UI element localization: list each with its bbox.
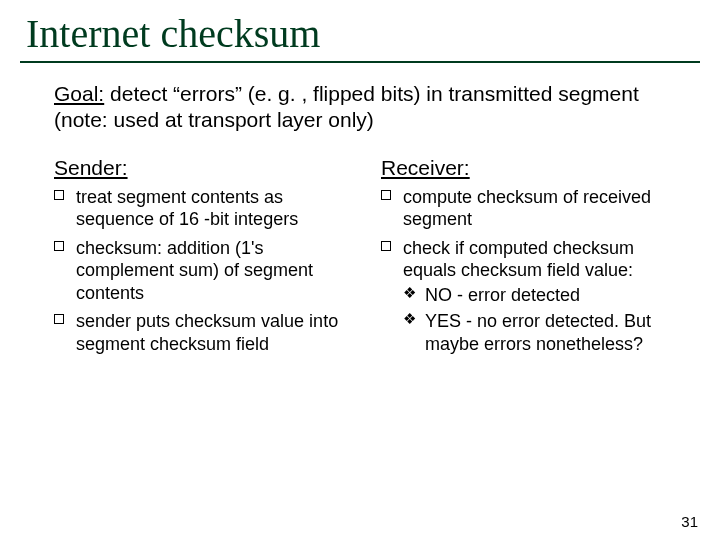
page-number: 31 xyxy=(681,513,698,530)
receiver-column: Receiver: compute checksum of received s… xyxy=(381,156,684,362)
receiver-heading: Receiver: xyxy=(381,156,684,180)
list-item: compute checksum of received segment xyxy=(381,186,684,231)
list-item: sender puts checksum value into segment … xyxy=(54,310,357,355)
list-item-text: check if computed checksum equals checks… xyxy=(403,238,634,281)
sender-column: Sender: treat segment contents as sequen… xyxy=(54,156,357,362)
list-item: NO - error detected xyxy=(403,284,684,307)
receiver-list: compute checksum of received segment che… xyxy=(381,186,684,356)
list-item: YES - no error detected. But maybe error… xyxy=(403,310,684,355)
goal-label: Goal: xyxy=(54,82,104,105)
sender-heading: Sender: xyxy=(54,156,357,180)
title-rule xyxy=(20,61,700,63)
list-item: check if computed checksum equals checks… xyxy=(381,237,684,356)
slide-title: Internet checksum xyxy=(0,0,720,61)
list-item: treat segment contents as sequence of 16… xyxy=(54,186,357,231)
goal-text: detect “errors” (e. g. , flipped bits) i… xyxy=(54,82,639,131)
goal-paragraph: Goal: detect “errors” (e. g. , flipped b… xyxy=(0,81,720,134)
receiver-sublist: NO - error detected YES - no error detec… xyxy=(403,284,684,356)
columns: Sender: treat segment contents as sequen… xyxy=(0,156,720,362)
sender-list: treat segment contents as sequence of 16… xyxy=(54,186,357,356)
list-item: checksum: addition (1's complement sum) … xyxy=(54,237,357,305)
